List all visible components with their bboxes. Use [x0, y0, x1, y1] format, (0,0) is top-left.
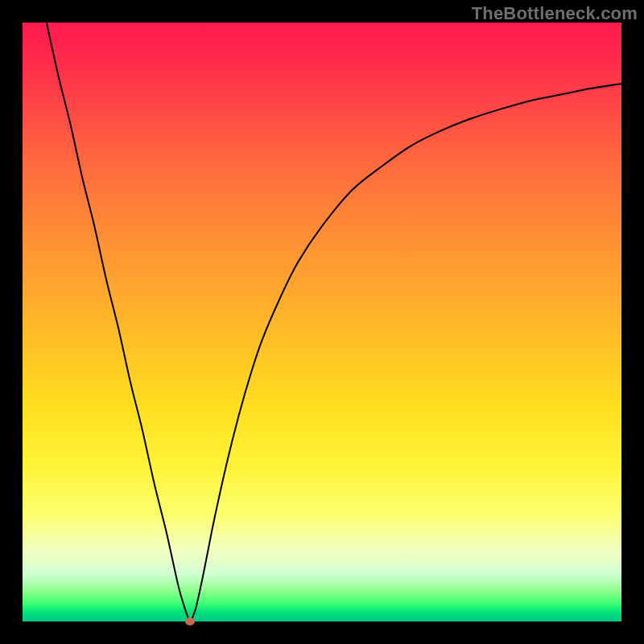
chart-plot-area — [23, 23, 621, 621]
watermark-text: TheBottleneck.com — [472, 3, 638, 24]
chart-frame: TheBottleneck.com — [0, 0, 644, 644]
bottleneck-curve — [47, 23, 621, 621]
curve-layer — [23, 23, 621, 621]
minimum-marker — [185, 617, 195, 625]
